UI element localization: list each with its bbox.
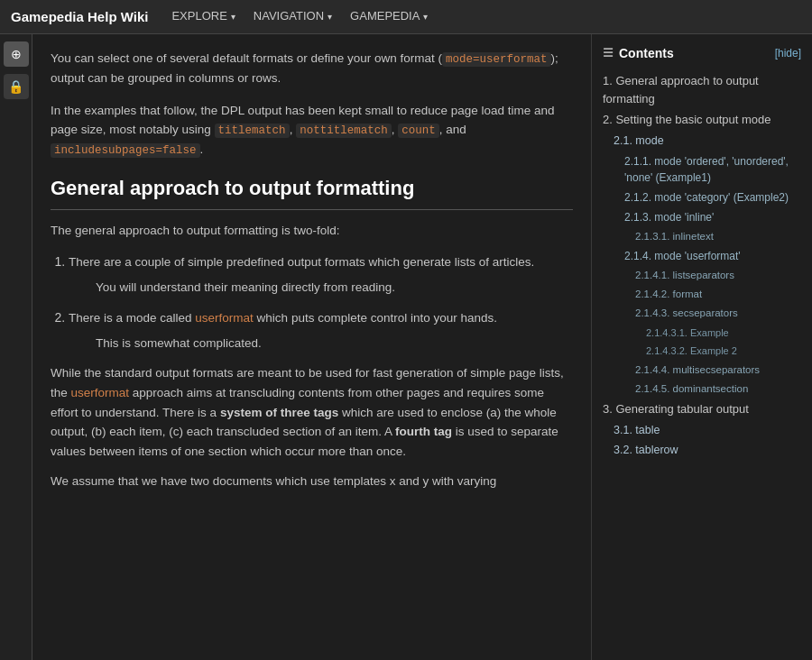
toc-link-1[interactable]: 2. Setting the basic output mode <box>603 111 801 129</box>
toc-item-10: 2.1.4.3. secseparators <box>603 306 801 321</box>
userformat-link-2[interactable]: userformat <box>71 386 130 399</box>
toc-hide-button[interactable]: [hide] <box>775 45 801 62</box>
section-heading-general: General approach to output formatting <box>51 172 573 210</box>
code-includesubpages: includesubpages=false <box>51 143 200 158</box>
toc-item-11: 2.1.4.3.1. Example <box>603 325 801 341</box>
toc-link-17[interactable]: 3.2. tablerow <box>614 442 801 459</box>
toc-title: ☰ Contents <box>603 43 674 63</box>
toc-item-5: 2.1.3. mode 'inline' <box>603 209 801 225</box>
toc-link-5[interactable]: 2.1.3. mode 'inline' <box>624 209 801 225</box>
toc-item-13: 2.1.4.4. multisecseparators <box>603 362 801 378</box>
userformat-link-1[interactable]: userformat <box>195 311 254 325</box>
toc-link-3[interactable]: 2.1.1. mode 'ordered', 'unordered', 'non… <box>624 153 801 186</box>
toc-link-12[interactable]: 2.1.4.3.2. Example 2 <box>646 344 801 359</box>
list-item-2-sub: This is somewhat complicated. <box>96 334 573 353</box>
toc-link-13[interactable]: 2.1.4.4. multisecseparators <box>635 362 801 378</box>
list-item-2: There is a mode called userformat which … <box>69 307 573 353</box>
toc-item-0: 1. General approach to output formatting <box>603 72 801 107</box>
toc-link-7[interactable]: 2.1.4. mode 'userformat' <box>624 248 801 264</box>
code-count: count <box>398 124 439 138</box>
body-paragraph-2: We assume that we have two documents whi… <box>51 472 573 491</box>
list-item-1: There are a couple of simple predefined … <box>69 252 573 297</box>
toc-item-3: 2.1.1. mode 'ordered', 'unordered', 'non… <box>603 153 801 186</box>
toc-link-0[interactable]: 1. General approach to output formatting <box>603 72 801 107</box>
toc-item-4: 2.1.2. mode 'category' (Example2) <box>603 189 801 206</box>
toc-link-14[interactable]: 2.1.4.5. dominantsection <box>635 381 801 397</box>
toc-link-2[interactable]: 2.1. mode <box>614 133 801 150</box>
toc-item-15: 3. Generating tabular output <box>603 400 801 418</box>
toc-link-11[interactable]: 2.1.4.3.1. Example <box>646 325 801 341</box>
toc-item-17: 3.2. tablerow <box>603 442 801 459</box>
toc-link-9[interactable]: 2.1.4.2. format <box>635 287 801 302</box>
nav-gamepedia[interactable]: GAMEPEDIA ▾ <box>341 0 437 34</box>
explore-arrow-icon: ▾ <box>231 10 235 24</box>
code-mode-userformat: mode=userformat <box>442 52 551 67</box>
main-content: You can select one of several default fo… <box>32 34 591 660</box>
toc-list-icon: ☰ <box>603 44 614 63</box>
toc-item-6: 2.1.3.1. inlinetext <box>603 229 801 244</box>
toc-item-2: 2.1. mode <box>603 133 801 150</box>
sidebar-icon-lock[interactable]: 🔒 <box>4 74 29 99</box>
navigation-arrow-icon: ▾ <box>328 10 332 24</box>
toc-list: 1. General approach to output formatting… <box>603 72 801 459</box>
toc-item-7: 2.1.4. mode 'userformat' <box>603 248 801 264</box>
toc-link-4[interactable]: 2.1.2. mode 'category' (Example2) <box>624 189 801 206</box>
toc-link-8[interactable]: 2.1.4.1. listseparators <box>635 268 801 283</box>
body-paragraph-1: While the standard output formats are me… <box>51 363 573 461</box>
toc-item-16: 3.1. table <box>603 422 801 439</box>
code-nottitlematch: nottitlematch <box>296 124 392 138</box>
list-item-2-text: There is a mode called userformat which … <box>69 311 497 325</box>
left-sidebar: ⊕ 🔒 <box>0 34 32 660</box>
top-nav: Gamepedia Help Wiki EXPLORE ▾ NAVIGATION… <box>0 0 812 34</box>
fourth-tag: fourth tag <box>395 425 452 438</box>
toc-item-9: 2.1.4.2. format <box>603 287 801 302</box>
toc-item-1: 2. Setting the basic output mode <box>603 111 801 129</box>
list-item-1-text: There are a couple of simple predefined … <box>69 255 534 269</box>
nav-navigation[interactable]: NAVIGATION ▾ <box>245 0 341 34</box>
site-name[interactable]: Gamepedia Help Wiki <box>11 6 148 28</box>
code-titlematch: titlematch <box>215 124 290 138</box>
toc-link-6[interactable]: 2.1.3.1. inlinetext <box>635 229 801 244</box>
list-item-1-sub: You will understand their meaning direct… <box>96 278 573 298</box>
nav-explore[interactable]: EXPLORE ▾ <box>162 0 244 34</box>
toc-item-12: 2.1.4.3.2. Example 2 <box>603 344 801 359</box>
toc-item-8: 2.1.4.1. listseparators <box>603 268 801 283</box>
sidebar-icon-plus[interactable]: ⊕ <box>4 41 29 67</box>
intro-paragraph-1: You can select one of several default fo… <box>51 49 573 88</box>
toc-sidebar: ☰ Contents [hide] 1. General approach to… <box>591 34 812 660</box>
gamepedia-arrow-icon: ▾ <box>423 10 428 24</box>
intro-paragraph-2: In the examples that follow, the DPL out… <box>51 101 573 160</box>
layout: ⊕ 🔒 You can select one of several defaul… <box>0 34 812 660</box>
toc-item-14: 2.1.4.5. dominantsection <box>603 381 801 397</box>
toc-link-15[interactable]: 3. Generating tabular output <box>603 400 801 418</box>
system-of-three-tags: system of three tags <box>220 406 338 419</box>
toc-link-10[interactable]: 2.1.4.3. secseparators <box>635 306 801 321</box>
toc-link-16[interactable]: 3.1. table <box>614 422 801 439</box>
section-intro-text: The general approach to output formattin… <box>51 221 573 241</box>
output-list: There are a couple of simple predefined … <box>69 252 573 353</box>
toc-header: ☰ Contents [hide] <box>603 43 801 63</box>
